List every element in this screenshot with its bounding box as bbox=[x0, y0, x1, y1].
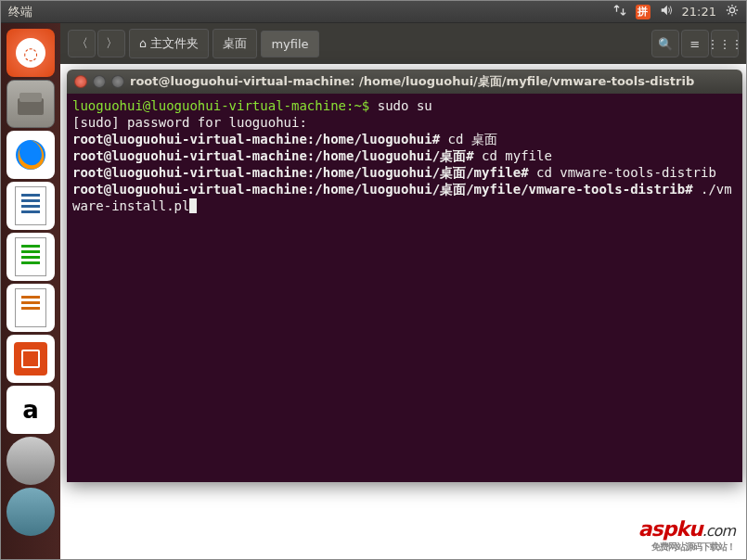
system-tray: 拼 21:21 bbox=[613, 4, 739, 19]
terminal-title: root@luoguohui-virtual-machine: /home/lu… bbox=[130, 73, 694, 90]
terminal-command: cd 桌面 bbox=[448, 132, 497, 146]
minimize-icon[interactable] bbox=[93, 75, 106, 88]
breadcrumb-myfile[interactable]: myfile bbox=[261, 31, 318, 57]
search-button[interactable]: 🔍 bbox=[651, 30, 679, 57]
terminal-body[interactable]: luoguohui@luoguohui-virtual-machine:~$ s… bbox=[67, 94, 742, 482]
dash-icon[interactable]: ◌ bbox=[6, 29, 55, 77]
maximize-icon[interactable] bbox=[111, 75, 124, 88]
top-menubar: 终端 拼 21:21 bbox=[1, 1, 746, 23]
disc-icon[interactable] bbox=[6, 437, 55, 485]
watermark-domain: .com bbox=[702, 522, 735, 540]
disc2-icon[interactable] bbox=[6, 488, 55, 536]
terminal-prompt: luoguohui@luoguohui-virtual-machine:~$ bbox=[72, 98, 378, 113]
terminal-output: [sudo] password for luoguohui: bbox=[72, 115, 315, 130]
terminal-command: cd vmware-tools-distrib bbox=[536, 165, 716, 180]
unity-launcher: ◌ a bbox=[1, 23, 60, 559]
volume-icon[interactable] bbox=[660, 4, 673, 19]
terminal-prompt: root@luoguohui-virtual-machine:/home/luo… bbox=[72, 182, 701, 197]
firefox-icon[interactable] bbox=[6, 131, 55, 179]
breadcrumb-desktop[interactable]: 桌面 bbox=[213, 29, 257, 58]
file-manager-toolbar: 〈 〉 ⌂ 主文件夹 桌面 myfile 🔍 ≡ ⋮⋮⋮ bbox=[60, 23, 746, 64]
software-center-icon[interactable] bbox=[6, 335, 55, 383]
libreoffice-calc-icon[interactable] bbox=[6, 233, 55, 281]
terminal-command: cd myfile bbox=[482, 148, 552, 163]
terminal-titlebar[interactable]: root@luoguohui-virtual-machine: /home/lu… bbox=[67, 70, 742, 94]
watermark: aspku.com 免费网站源码下载站！ bbox=[638, 517, 735, 554]
terminal-command: sudo su bbox=[378, 98, 432, 113]
svg-point-3 bbox=[16, 140, 45, 170]
list-view-button[interactable]: ≡ bbox=[681, 30, 709, 57]
active-app-title: 终端 bbox=[8, 4, 32, 20]
watermark-tagline: 免费网站源码下载站！ bbox=[638, 541, 735, 554]
breadcrumb-home[interactable]: ⌂ 主文件夹 bbox=[129, 29, 209, 58]
svg-rect-2 bbox=[19, 93, 42, 102]
libreoffice-impress-icon[interactable] bbox=[6, 284, 55, 332]
network-icon[interactable] bbox=[613, 4, 626, 19]
close-icon[interactable] bbox=[74, 75, 87, 88]
libreoffice-writer-icon[interactable] bbox=[6, 182, 55, 230]
watermark-brand: aspku bbox=[638, 517, 702, 541]
terminal-prompt: root@luoguohui-virtual-machine:/home/luo… bbox=[72, 165, 536, 180]
back-button[interactable]: 〈 bbox=[68, 30, 96, 57]
terminal-window: root@luoguohui-virtual-machine: /home/lu… bbox=[67, 70, 742, 482]
files-app-icon[interactable] bbox=[6, 80, 55, 128]
grid-view-button[interactable]: ⋮⋮⋮ bbox=[711, 30, 739, 57]
forward-button[interactable]: 〉 bbox=[97, 30, 125, 57]
svg-point-0 bbox=[729, 7, 734, 12]
clock[interactable]: 21:21 bbox=[682, 5, 716, 19]
terminal-prompt: root@luoguohui-virtual-machine:/home/luo… bbox=[72, 132, 448, 146]
home-icon: ⌂ bbox=[139, 36, 150, 50]
amazon-icon[interactable]: a bbox=[6, 386, 55, 434]
cursor-icon bbox=[189, 198, 197, 213]
gear-icon[interactable] bbox=[726, 4, 739, 19]
terminal-prompt: root@luoguohui-virtual-machine:/home/luo… bbox=[72, 148, 482, 163]
input-method-icon[interactable]: 拼 bbox=[636, 5, 650, 19]
